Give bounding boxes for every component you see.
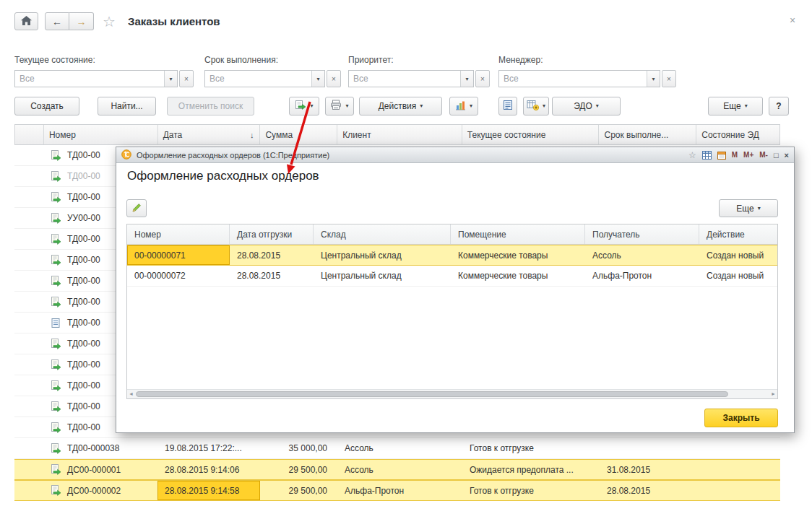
scroll-right-icon[interactable]: ►	[771, 391, 776, 396]
dialog-calendar-icon[interactable]	[717, 151, 726, 160]
cell-text: 00-00000072	[134, 271, 186, 281]
cell-text: 19.08.2015 17:22:...	[165, 443, 242, 453]
memory-store-button[interactable]: М	[732, 151, 738, 159]
cell-text: Коммерческие товары	[458, 250, 548, 261]
order-sum-cell: 35 000,00	[260, 438, 337, 458]
cell-text: Альфа-Протон	[592, 271, 652, 281]
dialog-favorite-star-icon[interactable]: ☆	[688, 150, 696, 160]
room-cell: Коммерческие товары	[451, 245, 585, 265]
cell-text: ДС00-000002	[67, 486, 121, 496]
order-client-cell: Ассоль	[337, 460, 462, 479]
posted-document-icon	[51, 380, 61, 391]
app-window: ← → ☆ Заказы клиентов × Текущее состояни…	[0, 0, 812, 506]
cell-text: Центральный склад	[321, 250, 402, 261]
cell-text: 28.08.2015	[237, 271, 280, 281]
1c-logo-icon	[121, 149, 131, 161]
dialog-column-header[interactable]: Номер	[127, 224, 230, 244]
orders-table-row[interactable]: ТД00-00003819.08.2015 17:22:...35 000,00…	[14, 438, 780, 459]
cell-text: 28.08.2015	[237, 250, 280, 261]
posted-document-icon	[51, 276, 61, 287]
order-ed-state-cell	[697, 481, 780, 500]
order-number-text: ТД00-00	[67, 339, 100, 349]
memory-add-button[interactable]: М+	[743, 151, 753, 159]
dialog-titlebar[interactable]: Оформление расходных ордеров (1С:Предпри…	[116, 147, 794, 163]
dialog-column-header-label: Дата отгрузки	[237, 230, 292, 240]
cell-text: ДС00-000001	[67, 465, 121, 475]
row-marker-cell	[14, 229, 43, 249]
cell-text: 29 500,00	[289, 465, 327, 475]
dialog-column-header-label: Склад	[321, 230, 346, 240]
dialog-table-row[interactable]: 00-0000007228.08.2015Центральный складКо…	[127, 266, 777, 287]
row-marker-cell	[14, 438, 43, 458]
order-number-text: ТД00-00	[67, 380, 100, 391]
cell-text: Центральный склад	[321, 271, 402, 281]
posted-document-icon	[51, 234, 61, 245]
cell-text: Готов к отгрузке	[470, 443, 534, 453]
expense-orders-dialog: Оформление расходных ордеров (1С:Предпри…	[116, 147, 795, 433]
dialog-title: Оформление расходных ордеров (1С:Предпри…	[137, 151, 329, 160]
orders-table-row[interactable]: ДС00-00000228.08.2015 9:14:5829 500,00Ал…	[14, 480, 780, 501]
dialog-close-button[interactable]: ×	[785, 151, 789, 160]
order-sum-cell: 29 500,00	[260, 481, 337, 500]
order-number-text: ТД00-00	[67, 171, 100, 181]
cell-text: Альфа-Протон	[345, 486, 404, 496]
orders-table-row[interactable]: ДС00-00000128.08.2015 9:14:0629 500,00Ас…	[14, 459, 780, 480]
horizontal-scrollbar[interactable]: ◄ ►	[127, 389, 777, 398]
order-sum-cell: 29 500,00	[260, 460, 337, 479]
dialog-column-header[interactable]: Помещение	[451, 224, 585, 244]
dropdown-caret-icon: ▾	[758, 206, 761, 211]
row-marker-cell	[14, 187, 43, 207]
order-client-cell: Альфа-Протон	[337, 481, 462, 500]
dialog-more-button[interactable]: Еще ▾	[719, 199, 778, 217]
close-dialog-button[interactable]: Закрыть	[704, 409, 778, 427]
cell-text: Ассоль	[345, 443, 373, 453]
expense-number-cell: 00-00000072	[127, 266, 230, 286]
posted-document-icon	[51, 422, 61, 433]
row-marker-cell	[14, 333, 43, 354]
dialog-column-header[interactable]: Получатель	[585, 224, 699, 244]
posted-document-icon	[51, 401, 61, 412]
dialog-column-header[interactable]: Действие	[699, 224, 777, 244]
dialog-heading: Оформление расходных ордеров	[127, 169, 319, 183]
order-state-cell: Ожидается предоплата ...	[462, 460, 600, 479]
dialog-table-row[interactable]: 00-0000007128.08.2015Центральный складКо…	[127, 245, 777, 266]
order-due-cell	[600, 438, 697, 458]
order-date-cell: 19.08.2015 17:22:...	[157, 438, 260, 458]
order-number-text: ТД00-00	[67, 234, 100, 244]
dialog-table-icon[interactable]	[702, 151, 712, 160]
order-number-text: ТД00-00	[67, 318, 100, 328]
cell-text: 28.08.2015	[607, 486, 650, 496]
posted-document-icon	[51, 255, 61, 266]
dialog-column-header-label: Получатель	[592, 230, 640, 240]
edit-button[interactable]	[126, 199, 147, 217]
order-number-text: ТД00-00	[67, 297, 100, 307]
cell-text: Ассоль	[345, 465, 373, 475]
dialog-restore-button[interactable]: □	[774, 151, 779, 160]
cell-text: 35 000,00	[289, 443, 327, 453]
row-marker-cell	[14, 292, 43, 312]
posted-document-icon	[51, 485, 61, 496]
row-marker-cell	[14, 166, 43, 186]
order-ed-state-cell	[697, 460, 780, 479]
memory-subtract-button[interactable]: М-	[759, 151, 768, 159]
order-number-text: ТД00-00	[67, 276, 100, 286]
action-cell: Создан новый	[699, 245, 777, 265]
room-cell: Коммерческие товары	[451, 266, 585, 286]
ship-date-cell: 28.08.2015	[230, 266, 314, 286]
recipient-cell: Альфа-Протон	[585, 266, 699, 286]
order-date-cell: 28.08.2015 9:14:58	[157, 481, 260, 500]
order-state-cell: Готов к отгрузке	[462, 481, 600, 500]
cell-text: 28.08.2015 9:14:58	[165, 486, 239, 496]
scrollbar-thumb[interactable]	[136, 391, 728, 397]
dialog-column-header[interactable]: Склад	[314, 224, 451, 244]
dialog-table-header: НомерДата отгрузкиСкладПомещениеПолучате…	[127, 224, 777, 245]
order-number-cell: ТД00-000038	[43, 438, 157, 458]
order-number-text: ТД00-00	[67, 150, 100, 160]
cell-text: Создан новый	[707, 271, 764, 281]
row-marker-cell	[14, 375, 43, 396]
scroll-left-icon[interactable]: ◄	[129, 391, 134, 396]
dialog-column-header[interactable]: Дата отгрузки	[230, 224, 314, 244]
order-number-text: ТД00-00	[67, 255, 100, 265]
order-due-cell: 28.08.2015	[600, 481, 697, 500]
cell-text: Ассоль	[592, 250, 621, 261]
